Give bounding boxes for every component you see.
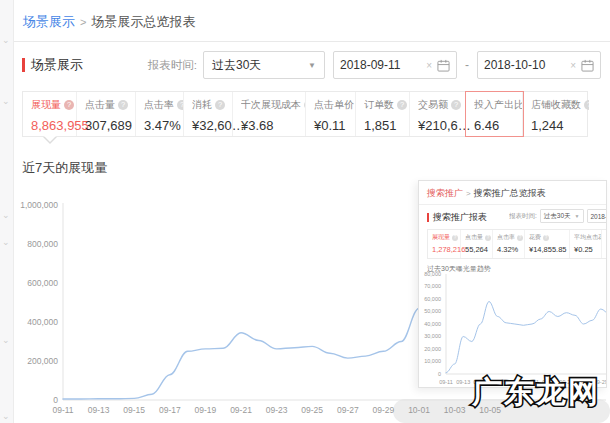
popup-report-filters: 报表时间: 过去30天 ▼ 2018- [509,209,606,223]
metric-value: 1,244 [531,118,589,133]
metric-label: 订单数? [606,233,607,242]
popup-start-date-input[interactable]: 2018- [587,209,607,223]
x-axis-tick-label: 09-23 [266,405,288,415]
x-axis-tick-label: 09-11 [52,405,73,415]
x-axis-tick-label: 09-15 [473,379,487,385]
help-icon[interactable]: ? [451,100,461,110]
chevron-down-icon: ▼ [575,213,580,219]
metric-value: 307,689 [85,118,135,133]
section-accent-bar [22,58,25,72]
metric-cell[interactable]: 消耗?¥32,60… [184,92,233,136]
x-axis-tick-label: 09-21 [230,405,252,415]
clear-icon[interactable]: × [570,60,576,71]
metric-label: 展现量? [31,98,76,112]
metric-label: 投入产出比? [474,98,522,112]
metric-cell[interactable]: 花费?¥14,855.85 [525,230,570,258]
metric-label: 展现量? [432,233,460,242]
x-axis-tick-label: 10-01 [408,405,430,415]
help-icon[interactable]: ? [215,100,225,110]
x-axis-tick-label: 09-13 [88,405,110,415]
x-axis-tick-label: 09-11 [439,379,453,385]
popup-breadcrumb: 搜索推广>搜索推广总览报表 [427,187,546,200]
metric-cell[interactable]: 千次展现成本?¥3.68 [233,92,306,136]
page-title: 场景展示总览报表 [91,14,195,29]
y-axis-tick-label: 400,000 [27,317,58,327]
help-icon[interactable]: ? [517,235,523,241]
y-axis-tick-label: 50,000 [424,308,441,314]
help-icon[interactable]: ? [118,100,128,110]
metric-cell[interactable]: 展现量?1,278,216 [428,230,461,258]
start-date-input[interactable]: 2018-09-11 × [333,51,457,79]
scene-display-report-page: ⌄ ⌄ ⌄ ⌄ ⌄ ⌄ 场景展示>场景展示总览报表 场景展示 报表时间: 过去3… [0,0,610,423]
metric-label-text: 点击量 [465,233,483,242]
divider [419,204,606,205]
metric-label-text: 展现量 [31,98,61,112]
help-icon[interactable]: ? [177,100,183,110]
calendar-icon[interactable] [437,59,450,72]
metric-label: 点击单价? [314,98,355,112]
chevron-down-icon[interactable]: ⌄ [2,97,10,106]
x-axis-tick-label: 09-27 [577,379,591,385]
metric-cell[interactable]: 店铺收藏数?1,244 [523,92,589,136]
breadcrumb-section-link[interactable]: 场景展示 [23,14,75,29]
y-axis-tick-label: 10,000 [424,358,441,364]
metric-label-text: 点击率 [497,233,515,242]
y-axis-tick-label: 0 [53,395,58,405]
metric-cell[interactable]: 点击率?3.47% [136,92,184,136]
x-axis-tick-label: 09-17 [159,405,181,415]
metric-cell[interactable]: 点击量?55,264 [461,230,493,258]
help-icon[interactable]: ? [304,100,305,110]
metric-label-text: 交易额 [418,98,448,112]
metric-label-text: 点击量 [85,98,115,112]
y-axis-tick-label: 60,000 [424,296,441,302]
metric-cell[interactable]: 订单数?1,851 [356,92,410,136]
y-axis-tick-label: 200,000 [27,356,58,366]
x-axis-tick-label: 10-03 [444,405,466,415]
y-axis-tick-label: 0 [438,371,441,377]
metric-label: 平均点击花费? [574,233,601,242]
x-axis-tick-label: 09-25 [301,405,323,415]
metric-cell[interactable]: 点击率?4.32% [493,230,525,258]
metric-cell[interactable]: 交易额?¥210,6… [410,92,466,136]
x-axis-tick-label: 10-05 [479,405,501,415]
y-axis-tick-label: 800,000 [27,239,58,249]
metric-value: ¥0.25 [574,245,601,254]
popup-time-range-select[interactable]: 过去30天 ▼ [540,209,584,223]
popup-page-title: 搜索推广总览报表 [474,188,546,198]
popup-breadcrumb-section-link[interactable]: 搜索推广 [427,188,463,198]
x-axis-tick-label: 09-19 [508,379,522,385]
help-icon[interactable]: ? [543,235,549,241]
help-icon[interactable]: ? [397,100,407,110]
metric-cell[interactable]: 投入产出比?6.46 [466,92,523,136]
time-range-select[interactable]: 过去30天 ▼ [203,51,325,79]
metric-value: ¥3.68 [241,118,305,133]
help-icon[interactable]: ? [64,100,74,110]
metric-label-text: 消耗 [192,98,212,112]
metric-cell[interactable]: 展现量?8,863,955 [23,92,77,136]
metric-label-text: 店铺收藏数 [531,98,581,112]
metric-value: 55,264 [465,245,492,254]
metric-cell[interactable]: 点击单价?¥0.11 [306,92,356,136]
help-icon[interactable]: ? [584,100,589,110]
end-date-input[interactable]: 2018-10-10 × [477,51,601,79]
metric-cell[interactable]: 点击量?307,689 [77,92,136,136]
metric-label: 交易额? [418,98,465,112]
metric-label-text: 点击单价 [314,98,354,112]
help-icon[interactable]: ? [452,235,458,241]
clear-icon[interactable]: × [426,60,432,71]
exposure-trend-mini-chart: 010,00020,00030,00040,00050,00060,00070,… [419,269,607,388]
popup-section-title: 搜索推广报表 [427,211,487,224]
metric-cell[interactable]: 订单数?58 [602,230,607,258]
metric-cell[interactable]: 平均点击花费?¥0.25 [570,230,602,258]
calendar-icon[interactable] [581,59,594,72]
breadcrumb-separator: > [80,16,86,28]
search-promotion-overlay-card[interactable]: 搜索推广>搜索推广总览报表 搜索推广报表 报表时间: 过去30天 ▼ 2018-… [418,180,607,388]
metric-value: ¥14,855.85 [529,245,569,254]
metric-value: ¥0.11 [314,118,355,133]
help-icon[interactable]: ? [485,235,491,241]
metric-value: 4.32% [497,245,524,254]
metric-label-text: 订单数 [364,98,394,112]
trend-line [446,302,607,373]
y-axis-tick-label: 1,000,000 [20,200,58,210]
chevron-down-icon[interactable]: ⌄ [2,36,10,45]
